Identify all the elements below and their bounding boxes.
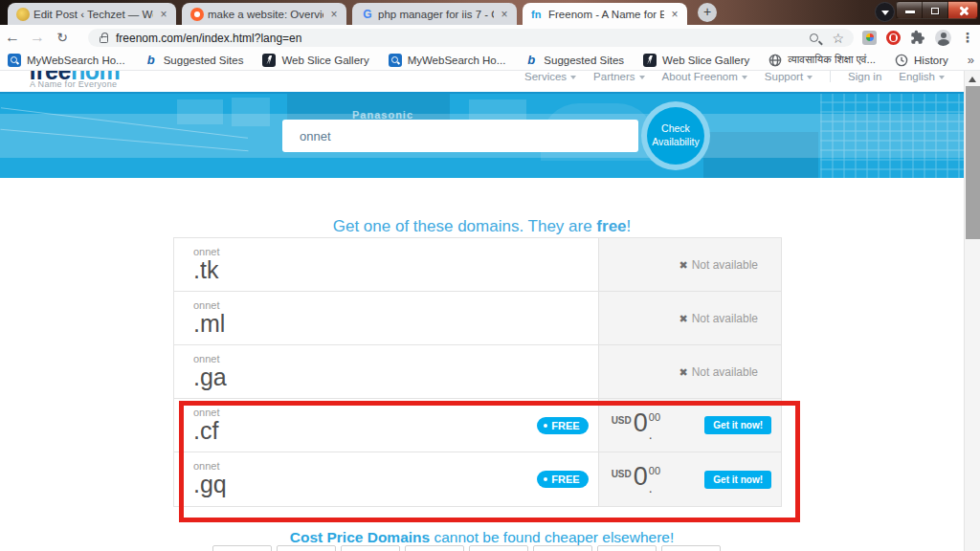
bookmark-label: Suggested Sites bbox=[164, 55, 244, 66]
tld-price-box bbox=[277, 545, 336, 551]
window-controls bbox=[896, 1, 978, 19]
close-button[interactable] bbox=[948, 1, 978, 19]
price-cents: 00 bbox=[649, 466, 660, 476]
tab-close-icon[interactable]: × bbox=[668, 8, 681, 21]
cost-price-heading: Cost Price Domains cannot be found cheap… bbox=[0, 529, 964, 546]
domain-cell: onnet .ga bbox=[174, 345, 598, 398]
scrollbar-thumb[interactable] bbox=[966, 86, 980, 239]
currency: USD bbox=[612, 415, 632, 426]
get-it-now-button[interactable]: Get it now! bbox=[704, 471, 771, 489]
domain-name: onnet bbox=[193, 353, 598, 364]
bookmark-mywebsearch-2[interactable]: MyWebSearch Ho... bbox=[389, 54, 506, 67]
domain-tld: .ga bbox=[193, 364, 598, 389]
scrollbar-up-arrow[interactable] bbox=[969, 77, 976, 82]
address-bar[interactable]: freenom.com/en/index.html?lang=en ☆ bbox=[88, 29, 854, 47]
price-dot: . bbox=[649, 428, 653, 441]
table-row-gq: onnet .gq FREE USD 0 00. Get it now! bbox=[174, 452, 781, 506]
chevron-down-icon bbox=[807, 76, 813, 79]
nav-support[interactable]: Support bbox=[765, 71, 813, 82]
chevron-down-icon bbox=[742, 76, 747, 79]
table-row-ml: onnet .ml ✖Not available bbox=[174, 292, 781, 345]
bookmarks-overflow-button[interactable]: » bbox=[968, 53, 974, 67]
webpage-viewport: freenom A Name for Everyone Services Par… bbox=[0, 71, 980, 551]
domain-cell: onnet .cf FREE bbox=[174, 399, 598, 452]
bing-icon: b bbox=[145, 54, 158, 67]
domain-name: onnet bbox=[193, 299, 598, 311]
tld-price-box bbox=[469, 545, 528, 551]
free-badge: FREE bbox=[537, 417, 588, 434]
price-cell: USD 0 00. Get it now! bbox=[598, 399, 781, 452]
minimize-icon bbox=[905, 11, 915, 13]
extensions-puzzle-icon[interactable] bbox=[910, 30, 925, 45]
bookmark-suggested-sites[interactable]: b Suggested Sites bbox=[145, 54, 244, 67]
bookmark-label: MyWebSearch Ho... bbox=[408, 55, 506, 66]
domain-cell: onnet .tk bbox=[174, 238, 598, 291]
back-button[interactable]: ← bbox=[0, 29, 25, 46]
page-scrollbar[interactable] bbox=[964, 71, 980, 551]
bookmark-suggested-sites-2[interactable]: b Suggested Sites bbox=[524, 54, 624, 67]
profile-avatar[interactable] bbox=[935, 30, 951, 46]
tab-make-a-website[interactable]: make a website: Overview, Keywo × bbox=[182, 3, 346, 25]
price-cents: 00 bbox=[649, 412, 660, 423]
bookmark-web-slice-gallery[interactable]: Web Slice Gallery bbox=[262, 54, 368, 67]
divider bbox=[830, 71, 831, 82]
forward-button[interactable]: → bbox=[25, 29, 50, 46]
tld-price-box bbox=[341, 545, 400, 551]
maximize-button[interactable] bbox=[923, 1, 948, 19]
tld-price-box bbox=[405, 545, 464, 551]
tld-price-box bbox=[212, 545, 272, 551]
google-favicon-icon: G bbox=[361, 8, 374, 21]
domain-name: onnet bbox=[193, 246, 598, 257]
tab-close-icon[interactable]: × bbox=[498, 8, 511, 21]
nav-services[interactable]: Services bbox=[524, 71, 576, 82]
results-heading: Get one of these domains. They are free! bbox=[0, 217, 964, 236]
status-cell: ✖Not available bbox=[598, 292, 781, 344]
new-tab-button[interactable]: + bbox=[698, 3, 717, 22]
bookmark-label: History bbox=[914, 55, 948, 66]
tab-title: Edit Post ‹ Techzet — WordPress bbox=[33, 9, 153, 20]
https-lock-icon[interactable] bbox=[100, 36, 108, 43]
check-availability-button[interactable]: CheckAvailability bbox=[641, 101, 710, 170]
bookmark-star-icon[interactable]: ☆ bbox=[832, 32, 844, 45]
table-row-ga: onnet .ga ✖Not available bbox=[174, 345, 781, 399]
bookmark-hindi-site[interactable]: व्यावसायिक शिक्षा एवं... bbox=[768, 54, 876, 67]
bookmark-web-slice-gallery-2[interactable]: Web Slice Gallery bbox=[643, 54, 749, 67]
web-slice-icon bbox=[643, 54, 657, 67]
tab-freenom-active[interactable]: fn Freenom - A Name for Everyone × bbox=[523, 3, 687, 25]
not-available-icon: ✖ bbox=[679, 313, 687, 324]
chevron-down-icon bbox=[881, 11, 889, 15]
tab-close-icon[interactable]: × bbox=[327, 8, 341, 21]
adblock-extension-icon[interactable] bbox=[886, 31, 901, 45]
mywebsearch-icon bbox=[8, 54, 21, 67]
tab-google-search[interactable]: G php manager for iis 7 - Google S × bbox=[352, 3, 517, 25]
bookmark-history[interactable]: History bbox=[895, 54, 948, 67]
semrush-favicon-icon bbox=[190, 8, 204, 21]
get-it-now-button[interactable]: Get it now! bbox=[704, 416, 771, 434]
sign-in-link[interactable]: Sign in bbox=[848, 71, 881, 82]
free-badge: FREE bbox=[537, 471, 588, 488]
freenom-header: freenom A Name for Everyone Services Par… bbox=[0, 71, 964, 92]
language-selector[interactable]: English bbox=[899, 71, 945, 82]
zoom-page-icon[interactable] bbox=[810, 33, 818, 42]
nav-about-freenom[interactable]: About Freenom bbox=[662, 71, 747, 82]
url-text[interactable]: freenom.com/en/index.html?lang=en bbox=[116, 32, 301, 45]
chevron-down-icon bbox=[939, 76, 945, 79]
tld-price-boxes-partial bbox=[212, 545, 721, 551]
tab-close-icon[interactable]: × bbox=[157, 8, 170, 21]
domain-name: onnet bbox=[193, 460, 598, 472]
media-controls-button[interactable] bbox=[875, 2, 895, 22]
reload-button[interactable]: ↻ bbox=[50, 30, 75, 45]
freenom-favicon-icon: fn bbox=[531, 8, 545, 21]
domain-name: onnet bbox=[193, 407, 598, 418]
browser-menu-button[interactable]: ⋮ bbox=[961, 30, 974, 45]
bookmark-mywebsearch[interactable]: MyWebSearch Ho... bbox=[8, 54, 125, 67]
bookmark-label: Web Slice Gallery bbox=[281, 55, 368, 66]
nav-partners[interactable]: Partners bbox=[593, 71, 644, 82]
screenshot-extension-icon[interactable] bbox=[862, 31, 877, 45]
tab-wordpress[interactable]: Edit Post ‹ Techzet — WordPress × bbox=[8, 3, 176, 25]
domain-results-table: onnet .tk ✖Not available onnet .ml ✖Not … bbox=[173, 237, 782, 507]
domain-search-input[interactable] bbox=[282, 120, 638, 152]
minimize-button[interactable] bbox=[896, 1, 923, 19]
status-cell: ✖Not available bbox=[598, 238, 781, 291]
tld-price-box bbox=[661, 545, 721, 551]
